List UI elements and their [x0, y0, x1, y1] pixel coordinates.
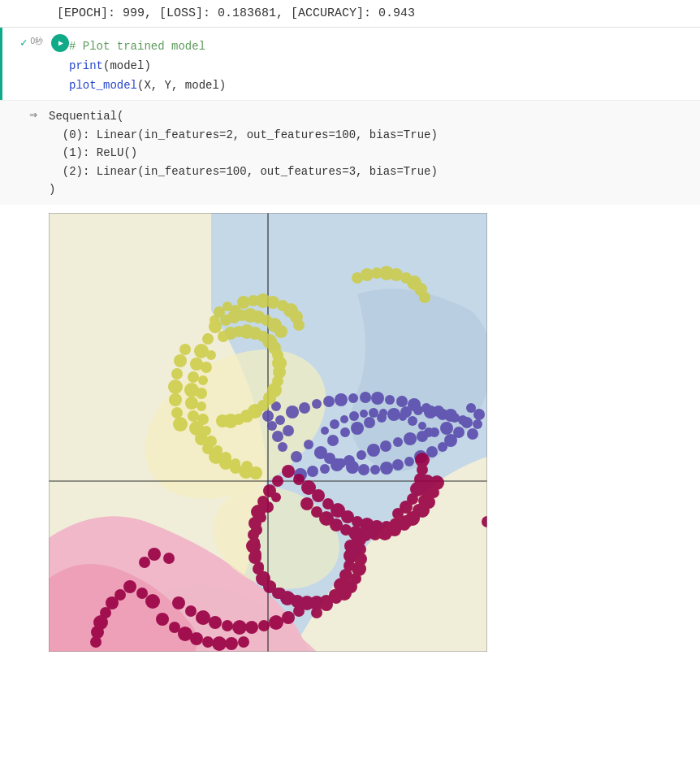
- classification-plot: [49, 213, 487, 652]
- svg-point-169: [156, 613, 169, 626]
- svg-point-78: [379, 409, 387, 417]
- svg-point-8: [340, 427, 350, 437]
- svg-point-19: [440, 422, 453, 435]
- svg-point-159: [196, 610, 210, 625]
- svg-point-43: [396, 396, 408, 407]
- svg-point-69: [267, 421, 277, 431]
- plot-container: [49, 213, 487, 652]
- svg-point-160: [209, 616, 222, 629]
- code-line-comment: # Plot trained model: [69, 37, 694, 57]
- svg-point-162: [232, 620, 247, 635]
- svg-point-42: [385, 395, 395, 405]
- code-cell: ✓ 0秒 # Plot trained model print(model) p…: [0, 28, 700, 100]
- svg-point-118: [272, 475, 283, 487]
- svg-point-238: [206, 350, 216, 360]
- epoch-output: [EPOCH]: 999, [LOSS]: 0.183681, [ACCURAC…: [0, 0, 700, 28]
- print-fn: print: [69, 59, 103, 72]
- svg-point-208: [185, 397, 198, 410]
- svg-point-154: [148, 548, 161, 561]
- svg-point-150: [258, 571, 270, 583]
- svg-point-242: [197, 401, 206, 411]
- print-args: (model): [103, 59, 151, 72]
- svg-point-143: [271, 492, 281, 502]
- svg-point-66: [467, 428, 478, 440]
- svg-point-246: [213, 445, 223, 455]
- svg-point-37: [323, 396, 335, 407]
- svg-point-276: [210, 315, 219, 325]
- svg-point-80: [399, 413, 407, 421]
- svg-point-74: [340, 415, 348, 423]
- sequential-output-row: ⇒ Sequential( (0): Linear(in_features=2,…: [0, 100, 700, 205]
- svg-point-176: [238, 636, 249, 648]
- svg-point-200: [415, 453, 430, 467]
- svg-point-166: [282, 611, 295, 624]
- svg-point-174: [212, 636, 227, 651]
- svg-point-22: [404, 432, 417, 445]
- svg-point-149: [254, 562, 264, 571]
- svg-point-186: [311, 607, 322, 618]
- svg-point-59: [346, 461, 359, 474]
- svg-point-82: [418, 422, 426, 430]
- svg-point-258: [179, 344, 191, 355]
- svg-point-79: [388, 410, 398, 419]
- svg-point-38: [335, 393, 348, 406]
- svg-point-156: [163, 553, 175, 564]
- svg-point-48: [458, 415, 468, 425]
- svg-point-47: [444, 409, 457, 422]
- svg-point-261: [168, 379, 183, 394]
- run-button[interactable]: [51, 34, 69, 52]
- svg-point-68: [262, 410, 274, 422]
- output-arrow-icon: ⇒: [29, 106, 37, 123]
- svg-point-285: [419, 292, 430, 303]
- svg-point-58: [358, 464, 369, 475]
- svg-point-76: [360, 410, 368, 418]
- plot-fn: plot_model: [69, 79, 137, 92]
- svg-point-51: [438, 442, 447, 452]
- plot-args: (X, Y, model): [137, 79, 226, 92]
- svg-point-151: [266, 581, 276, 591]
- svg-point-60: [336, 458, 346, 468]
- cell-gutter: ✓ 0秒: [2, 34, 51, 50]
- svg-point-24: [380, 440, 391, 452]
- svg-point-7: [327, 435, 339, 446]
- svg-point-144: [262, 501, 274, 513]
- svg-point-41: [371, 392, 384, 405]
- svg-point-163: [245, 621, 258, 634]
- svg-point-153: [286, 593, 296, 603]
- svg-point-203: [202, 333, 214, 345]
- svg-point-5: [304, 440, 313, 449]
- svg-point-87: [312, 489, 325, 502]
- svg-point-185: [90, 636, 102, 648]
- epoch-output-text: [EPOCH]: 999, [LOSS]: 0.183681, [ACCURAC…: [57, 7, 415, 20]
- svg-point-70: [272, 431, 283, 442]
- svg-point-102: [300, 497, 313, 510]
- svg-point-175: [225, 637, 238, 650]
- svg-point-164: [258, 620, 270, 631]
- svg-point-40: [360, 392, 371, 403]
- svg-point-30: [307, 466, 318, 477]
- svg-point-57: [370, 465, 380, 475]
- svg-point-272: [293, 319, 305, 331]
- svg-point-10: [364, 417, 375, 428]
- svg-point-173: [202, 636, 214, 648]
- svg-point-146: [251, 524, 262, 536]
- svg-point-73: [330, 419, 339, 429]
- svg-point-65: [473, 419, 482, 429]
- svg-point-84: [282, 465, 295, 478]
- svg-point-4: [291, 451, 302, 462]
- svg-point-245: [205, 436, 217, 447]
- svg-point-32: [283, 425, 294, 436]
- svg-point-237: [216, 414, 229, 427]
- svg-point-81: [408, 416, 417, 426]
- time-label: 0秒: [30, 36, 43, 47]
- check-icon: ✓: [20, 36, 27, 50]
- svg-point-158: [185, 605, 197, 617]
- svg-point-25: [367, 444, 380, 457]
- svg-point-35: [299, 402, 310, 414]
- output-gutter: ⇒: [0, 104, 49, 123]
- svg-point-172: [190, 632, 203, 645]
- svg-point-155: [139, 557, 150, 568]
- svg-point-161: [222, 620, 233, 631]
- comment-text: # Plot trained model: [69, 40, 205, 53]
- code-line-plot: plot_model(X, Y, model): [69, 76, 694, 96]
